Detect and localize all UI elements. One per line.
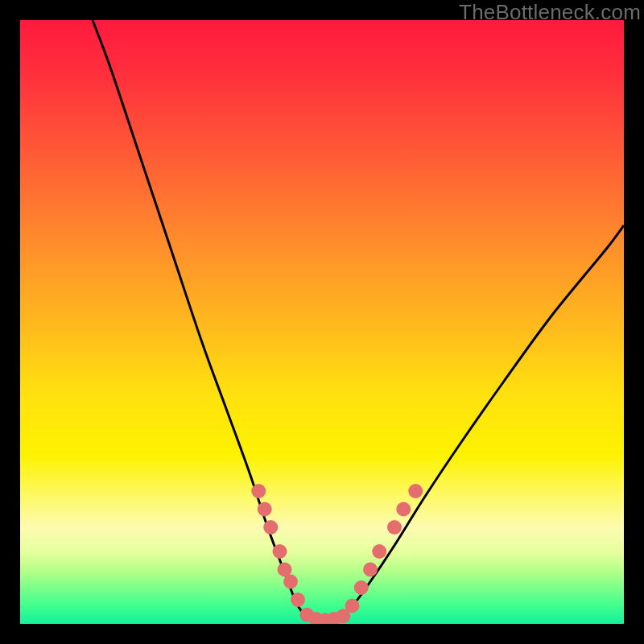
- curve-marker: [251, 484, 266, 498]
- watermark-text: TheBottleneck.com: [459, 0, 641, 25]
- markers-group: [251, 484, 423, 624]
- curve-marker: [354, 580, 369, 595]
- plot-area: [20, 20, 624, 624]
- curve-marker: [408, 484, 423, 498]
- curve-marker: [273, 544, 287, 559]
- curve-marker: [363, 563, 378, 577]
- curve-marker: [345, 599, 360, 613]
- curve-marker: [263, 520, 278, 535]
- chart-container: TheBottleneck.com: [0, 0, 644, 644]
- curve-group: [93, 20, 624, 621]
- chart-svg: [20, 20, 624, 624]
- curve-marker: [291, 592, 305, 607]
- curve-marker: [283, 575, 298, 589]
- bottleneck-curve-path: [93, 20, 624, 621]
- curve-marker: [258, 502, 272, 517]
- curve-marker: [387, 520, 402, 535]
- curve-marker: [396, 502, 411, 517]
- curve-marker: [372, 544, 386, 559]
